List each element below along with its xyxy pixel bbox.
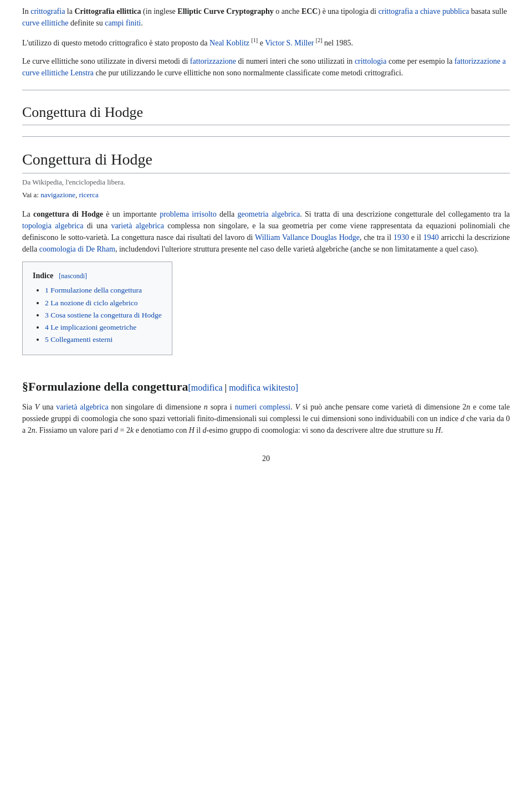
- var-d: d: [461, 414, 464, 423]
- var-H: H: [189, 426, 195, 434]
- link-varieta-algebrica[interactable]: varietà algebrica: [56, 403, 108, 411]
- link-topologia-algebrica[interactable]: topologia algebrica: [22, 222, 83, 230]
- nav-link-ricerca[interactable]: ricerca: [79, 191, 99, 199]
- indice-link-5[interactable]: 5 Collegamenti esterni: [45, 335, 112, 344]
- modifica-link[interactable]: [modifica: [188, 383, 222, 392]
- var-H2: H: [436, 426, 441, 434]
- indice-item-5: 5 Collegamenti esterni: [45, 334, 162, 345]
- section-divider-1: [22, 90, 510, 90]
- link-numeri-complessi[interactable]: numeri complessi: [235, 403, 291, 411]
- congettura-bold: congettura di Hodge: [33, 210, 103, 218]
- indice-list: 1 Formulazione della congettura 2 La noz…: [33, 285, 162, 345]
- link-chiave-pubblica[interactable]: crittografia a chiave pubblica: [378, 7, 469, 16]
- var-n2: n: [467, 403, 470, 411]
- indice-link-3[interactable]: 3 Cosa sostiene la congettura di Hodge: [45, 311, 162, 319]
- koblitz-miller-paragraph: L'utilizzo di questo metodo crittografic…: [22, 36, 510, 49]
- indice-link-4[interactable]: 4 Le implicazioni geometriche: [45, 323, 136, 331]
- var-V: V: [35, 403, 40, 411]
- indice-item-4: 4 Le implicazioni geometriche: [45, 322, 162, 333]
- link-neal-koblitz[interactable]: Neal Koblitz: [209, 38, 249, 47]
- ecc-english: Elliptic Curve Cryptography: [177, 7, 273, 16]
- indice-item-1: 1 Formulazione della congettura: [45, 285, 162, 296]
- intro-paragraph: La congettura di Hodge è un importante p…: [22, 208, 510, 255]
- var-n3: n: [32, 426, 35, 434]
- indice-link-1[interactable]: 1 Formulazione della congettura: [45, 286, 142, 294]
- nav-link-navigazione[interactable]: navigazione: [40, 191, 75, 199]
- formulazione-paragraph: Sia V una varietà algebrica non singolar…: [22, 401, 510, 436]
- page-number: 20: [22, 453, 510, 464]
- nascondi-link[interactable]: [nascondi]: [59, 272, 87, 280]
- link-crittografia[interactable]: crittografia: [30, 7, 65, 16]
- var-d3: d: [203, 426, 207, 434]
- ecc-abbr: ECC: [301, 7, 318, 16]
- link-campi-finiti[interactable]: campi finiti: [105, 19, 141, 27]
- formulazione-heading: §Formulazione della congettura[modifica …: [22, 377, 510, 396]
- section-divider-2: [22, 136, 510, 137]
- var-k: k: [130, 426, 134, 434]
- section-symbol: §: [22, 380, 28, 393]
- ecc-paragraph: In crittografia la Crittografia ellittic…: [22, 6, 510, 29]
- nav-line: Vai a: navigazione, ricerca: [22, 190, 510, 201]
- link-coomologia-de-rham[interactable]: coomologia di De Rham: [39, 245, 115, 253]
- modifica-sep: |: [223, 383, 229, 392]
- indice-item-2: 2 La nozione di ciclo algebrico: [45, 298, 162, 309]
- var-V2: V: [295, 403, 300, 411]
- var-n: n: [204, 403, 208, 411]
- link-geometria-algebrica[interactable]: geometria algebrica: [238, 210, 300, 218]
- link-william-hodge[interactable]: William Vallance Douglas Hodge: [255, 233, 360, 242]
- link-fattorizzazione[interactable]: fattorizzazione: [190, 57, 236, 65]
- link-1940[interactable]: 1940: [423, 233, 439, 242]
- link-1930[interactable]: 1930: [393, 233, 409, 242]
- indice-link-2[interactable]: 2 La nozione di ciclo algebrico: [45, 299, 138, 307]
- indice-title: Indice [nascondi]: [33, 270, 162, 281]
- link-varieta-algebrica-intro[interactable]: varietà algebrica: [111, 222, 164, 230]
- link-problema-irrisolto[interactable]: problema irrisolto: [160, 210, 217, 218]
- curve-ellittiche-paragraph: Le curve ellittiche sono utilizzate in d…: [22, 55, 510, 79]
- ref-1: [1]: [251, 37, 258, 43]
- indice-box: Indice [nascondi] 1 Formulazione della c…: [22, 262, 172, 355]
- indice-item-3: 3 Cosa sostiene la congettura di Hodge: [45, 310, 162, 321]
- congettura-section-heading: Congettura di Hodge: [22, 101, 510, 125]
- modifica-wikitesto-link[interactable]: modifica wikitesto]: [229, 383, 298, 392]
- page-main-title: Congettura di Hodge: [22, 148, 510, 173]
- nascondi-span: [55, 272, 57, 280]
- var-d2: d: [114, 426, 118, 434]
- link-crittologia[interactable]: crittologia: [355, 57, 387, 65]
- ref-2: [2]: [316, 37, 323, 43]
- link-curve-ellittiche[interactable]: curve ellittiche: [22, 19, 69, 27]
- ecc-bold-title: Crittografia ellittica: [74, 7, 141, 16]
- link-lenstra[interactable]: fattorizzazione a curve ellittiche Lenst…: [22, 57, 506, 77]
- link-victor-miller[interactable]: Victor S. Miller: [265, 38, 314, 47]
- wiki-source: Da Wikipedia, l'enciclopedia libera.: [22, 177, 510, 188]
